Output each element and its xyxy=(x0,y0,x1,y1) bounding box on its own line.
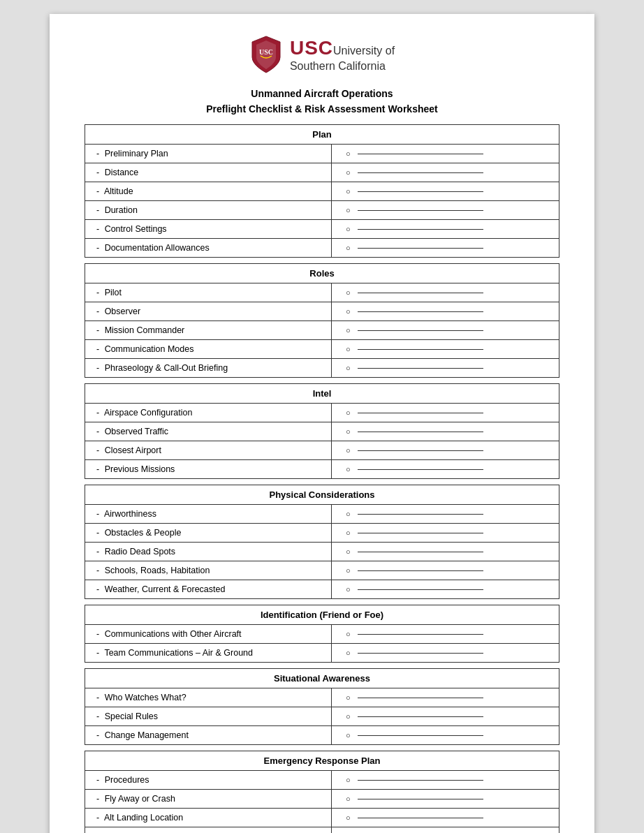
table-row: - Preliminary Plan ○ xyxy=(85,145,559,163)
item-check: ○ xyxy=(332,321,559,340)
item-check: ○ xyxy=(332,790,559,809)
table-row: - Weather, Current & Forecasted ○ xyxy=(85,580,559,599)
page: USC USCUniversity of Southern California… xyxy=(50,14,594,833)
section-physical-title: Physical Considerations xyxy=(85,485,559,505)
item-label: - Communications with Other Aircraft xyxy=(85,625,332,644)
item-label: - Control Settings xyxy=(85,220,332,239)
table-row: - Who Watches What? ○ xyxy=(85,688,559,707)
section-situational-header: Situational Awareness xyxy=(85,669,559,688)
university-name-line1: University of xyxy=(333,45,395,57)
item-check: ○ xyxy=(332,524,559,543)
section-emergency-title: Emergency Response Plan xyxy=(85,751,559,771)
table-row: - Observer ○ xyxy=(85,302,559,321)
item-check: ○ xyxy=(332,220,559,239)
item-check: ○ xyxy=(332,561,559,580)
item-label: - Airspace Configuration xyxy=(85,404,332,422)
table-row: - Obstacles & People ○ xyxy=(85,524,559,543)
item-label: - Observed Traffic xyxy=(85,422,332,441)
section-roles-header: Roles xyxy=(85,264,559,283)
spacer-row xyxy=(85,663,559,669)
table-row: - Mission Commander ○ xyxy=(85,321,559,340)
item-check: ○ xyxy=(332,404,559,422)
item-label: - Change Management xyxy=(85,726,332,745)
usc-shield-icon: USC xyxy=(249,35,283,74)
table-row: - Communication Modes ○ xyxy=(85,340,559,359)
section-physical-header: Physical Considerations xyxy=(85,485,559,505)
item-check: ○ xyxy=(332,726,559,745)
spacer-row xyxy=(85,258,559,264)
item-label: - Mission Commander xyxy=(85,321,332,340)
item-check: ○ xyxy=(332,580,559,599)
table-row: - Pilot ○ xyxy=(85,283,559,302)
item-label: - Altitude xyxy=(85,182,332,201)
item-check: ○ xyxy=(332,163,559,182)
header: USC USCUniversity of Southern California xyxy=(85,35,559,74)
section-identification-header: Identification (Friend or Foe) xyxy=(85,605,559,625)
spacer-row xyxy=(85,745,559,751)
item-check: ○ xyxy=(332,809,559,827)
item-label: - Special Rules xyxy=(85,707,332,726)
item-check: ○ xyxy=(332,145,559,163)
table-row: - Distance ○ xyxy=(85,163,559,182)
item-label: - Obstacles & People xyxy=(85,524,332,543)
item-check: ○ xyxy=(332,182,559,201)
item-label: - Who Watches What? xyxy=(85,688,332,707)
item-label: - Radio Dead Spots xyxy=(85,543,332,561)
table-row: - Phraseology & Call-Out Briefing ○ xyxy=(85,359,559,378)
item-check: ○ xyxy=(332,688,559,707)
table-row: - Radio Dead Spots ○ xyxy=(85,543,559,561)
spacer-row xyxy=(85,378,559,384)
table-row: - Observed Traffic ○ xyxy=(85,422,559,441)
item-label: - Phraseology & Call-Out Briefing xyxy=(85,359,332,378)
item-check: ○ xyxy=(332,644,559,663)
section-emergency-header: Emergency Response Plan xyxy=(85,751,559,771)
item-check: ○ xyxy=(332,283,559,302)
table-row: - Schools, Roads, Habitation ○ xyxy=(85,561,559,580)
item-check: ○ xyxy=(332,302,559,321)
svg-text:USC: USC xyxy=(259,48,273,56)
table-row: - Procedures ○ xyxy=(85,771,559,790)
item-label: - Alt Landing Location xyxy=(85,809,332,827)
item-label: - Duration xyxy=(85,201,332,220)
table-row: - Alt Landing Location ○ xyxy=(85,809,559,827)
section-plan-header: Plan xyxy=(85,125,559,145)
document-subtitle: Preflight Checklist & Risk Assessment Wo… xyxy=(85,103,559,115)
item-label: - Emergency call outs & Fire xyxy=(85,827,332,834)
item-check: ○ xyxy=(332,359,559,378)
item-label: - Documentation Allowances xyxy=(85,239,332,258)
table-row: - Change Management ○ xyxy=(85,726,559,745)
item-label: - Preliminary Plan xyxy=(85,145,332,163)
item-label: - Airworthiness xyxy=(85,505,332,524)
item-label: - Schools, Roads, Habitation xyxy=(85,561,332,580)
item-check: ○ xyxy=(332,340,559,359)
item-label: - Weather, Current & Forecasted xyxy=(85,580,332,599)
item-check: ○ xyxy=(332,543,559,561)
table-row: - Airspace Configuration ○ xyxy=(85,404,559,422)
item-label: - Fly Away or Crash xyxy=(85,790,332,809)
item-check: ○ xyxy=(332,707,559,726)
item-check: ○ xyxy=(332,460,559,479)
spacer-row xyxy=(85,479,559,485)
item-check: ○ xyxy=(332,771,559,790)
section-plan-title: Plan xyxy=(85,125,559,145)
document-title: Unmanned Aircraft Operations xyxy=(85,88,559,99)
spacer-row xyxy=(85,599,559,605)
table-row: - Previous Missions ○ xyxy=(85,460,559,479)
section-intel-title: Intel xyxy=(85,384,559,404)
item-check: ○ xyxy=(332,827,559,834)
table-row: - Airworthiness ○ xyxy=(85,505,559,524)
section-situational-title: Situational Awareness xyxy=(85,669,559,688)
item-label: - Communication Modes xyxy=(85,340,332,359)
table-row: - Documentation Allowances ○ xyxy=(85,239,559,258)
section-roles-title: Roles xyxy=(85,264,559,283)
section-intel-header: Intel xyxy=(85,384,559,404)
section-identification-title: Identification (Friend or Foe) xyxy=(85,605,559,625)
item-check: ○ xyxy=(332,422,559,441)
item-label: - Pilot xyxy=(85,283,332,302)
item-check: ○ xyxy=(332,625,559,644)
logo-text: USCUniversity of Southern California xyxy=(290,36,395,73)
table-row: - Closest Airport ○ xyxy=(85,441,559,460)
item-label: - Observer xyxy=(85,302,332,321)
item-check: ○ xyxy=(332,441,559,460)
table-row: - Fly Away or Crash ○ xyxy=(85,790,559,809)
